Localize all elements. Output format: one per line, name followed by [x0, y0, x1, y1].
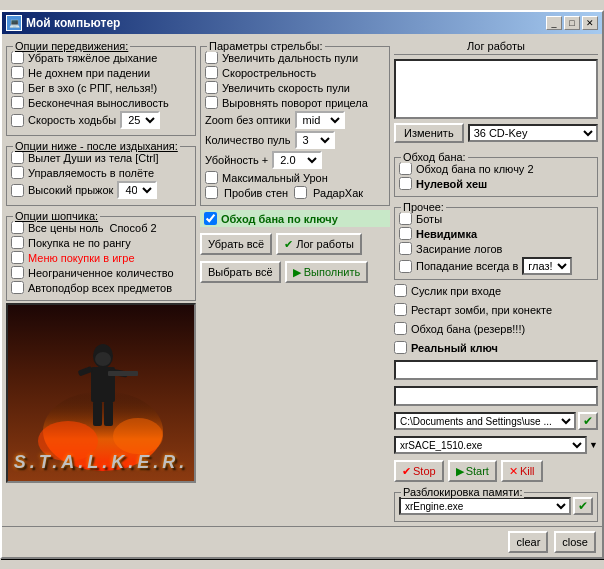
ae-opt-2: Управляемость в полёте — [11, 166, 191, 179]
prochee-checkbox-1[interactable] — [399, 212, 412, 225]
move-checkbox-5[interactable] — [11, 114, 24, 127]
popade-row: Попадание всегда в глаз!голова — [399, 257, 593, 275]
move-label-4: Бесконечная выносливость — [28, 97, 169, 109]
shoot-opt-2: Скорострельность — [205, 66, 385, 79]
ban-checkbox-2[interactable] — [399, 177, 412, 190]
damage-row: Убойность + 2.01.53.0 — [205, 151, 385, 169]
log-icon: ✔ — [284, 238, 293, 251]
zoom-row: Zoom без оптики midlowhigh — [205, 111, 385, 129]
obhod-rezerv-checkbox[interactable] — [394, 322, 407, 335]
move-label-2: Не дохнем при падении — [28, 67, 150, 79]
log-work-button[interactable]: ✔ Лог работы — [276, 233, 362, 255]
ae-checkbox-1[interactable] — [11, 151, 24, 164]
max-damage-label: Максимальный Урон — [222, 172, 328, 184]
key-text-area[interactable] — [394, 360, 598, 380]
shop-opt-1: Все цены ноль Способ 2 — [11, 221, 191, 234]
btn-row-2: Выбрать всё ▶ Выполнить — [200, 261, 390, 283]
restart-row: Рестарт зомби, при конекте — [394, 303, 598, 316]
obhod-ban-checkbox[interactable] — [204, 212, 217, 225]
after-exhale-group: Опции ниже - после издыхания: Вылет Души… — [6, 146, 196, 206]
kill-button[interactable]: ✕ Kill — [501, 460, 543, 482]
ae-opt-3: Высокий прыжок 405060 — [11, 181, 191, 199]
move-opt-5: Скорость ходьбы 253035 — [11, 111, 191, 129]
key-text-area-2[interactable] — [394, 386, 598, 406]
razblok-check-button[interactable]: ✔ — [573, 497, 593, 515]
ban-opt-1: Обход бана по ключу 2 — [399, 162, 593, 175]
shoot-checkbox-4[interactable] — [205, 96, 218, 109]
shop-checkbox-5[interactable] — [11, 281, 24, 294]
prochee-label-2: Невидимка — [416, 228, 477, 240]
obhod-rezerv-label: Обход бана (резерв!!!) — [411, 323, 525, 335]
razblok-exe-select[interactable]: xrEngine.exe — [399, 497, 571, 515]
shop-checkbox-2[interactable] — [11, 236, 24, 249]
jump-select[interactable]: 405060 — [117, 181, 157, 199]
close-button[interactable]: ✕ — [582, 16, 598, 30]
clear-all-label: Убрать всё — [208, 238, 264, 250]
popade-select[interactable]: глаз!голова — [522, 257, 572, 275]
clear-button[interactable]: clear — [508, 531, 548, 553]
max-damage-checkbox[interactable] — [205, 171, 218, 184]
wall-pierce-checkbox[interactable] — [205, 186, 218, 199]
ban-checkbox-1[interactable] — [399, 162, 412, 175]
ban-group: Обход бана: Обход бана по ключу 2 Нулево… — [394, 157, 598, 197]
move-checkbox-3[interactable] — [11, 81, 24, 94]
bullet-label: Количество пуль — [205, 134, 291, 146]
move-checkbox-1[interactable] — [11, 51, 24, 64]
shoot-checkbox-3[interactable] — [205, 81, 218, 94]
movement-label: Опции передвижения: — [13, 40, 130, 52]
obhod-ban-row: Обход бана по ключу — [200, 210, 390, 227]
exe-select[interactable]: xrSACE_1510.exe — [394, 436, 587, 454]
start-icon: ▶ — [456, 465, 464, 478]
main-area: Опции передвижения: Убрать тяжёлое дыхан… — [2, 34, 602, 526]
modify-button[interactable]: Изменить — [394, 123, 464, 143]
prochee-checkbox-3[interactable] — [399, 242, 412, 255]
syslik-checkbox[interactable] — [394, 284, 407, 297]
bottom-bar: clear close — [2, 526, 602, 557]
restart-checkbox[interactable] — [394, 303, 407, 316]
stop-button[interactable]: ✔ Stop — [394, 460, 444, 482]
log-area — [394, 59, 598, 119]
shoot-label-3: Увеличить скорость пули — [222, 82, 350, 94]
start-button[interactable]: ▶ Start — [448, 460, 497, 482]
prochee-checkbox-2[interactable] — [399, 227, 412, 240]
popade-checkbox[interactable] — [399, 260, 412, 273]
shop-label-2: Покупка не по рангу — [28, 237, 131, 249]
ae-checkbox-3[interactable] — [11, 184, 24, 197]
zoom-select[interactable]: midlowhigh — [295, 111, 345, 129]
prochee-label-3: Засирание логов — [416, 243, 502, 255]
move-checkbox-4[interactable] — [11, 96, 24, 109]
prochee-label: Прочее: — [401, 201, 446, 213]
shoot-checkbox-1[interactable] — [205, 51, 218, 64]
path-select[interactable]: C:\Documents and Settings\use ... — [394, 412, 576, 430]
execute-button[interactable]: ▶ Выполнить — [285, 261, 368, 283]
shop-checkbox-3[interactable] — [11, 251, 24, 264]
move-checkbox-2[interactable] — [11, 66, 24, 79]
clear-label: clear — [516, 536, 540, 548]
damage-select[interactable]: 2.01.53.0 — [272, 151, 322, 169]
path-select-row: C:\Documents and Settings\use ... ✔ — [394, 412, 598, 430]
btn-row-1: Убрать всё ✔ Лог работы — [200, 233, 390, 255]
shooting-label: Параметры стрельбы: — [207, 40, 325, 52]
shoot-checkbox-2[interactable] — [205, 66, 218, 79]
radar-checkbox[interactable] — [294, 186, 307, 199]
zoom-label: Zoom без оптики — [205, 114, 291, 126]
bullet-select[interactable]: 3510 — [295, 131, 335, 149]
speed-select[interactable]: 253035 — [120, 111, 160, 129]
shop-checkbox-1[interactable] — [11, 221, 24, 234]
path-check-button[interactable]: ✔ — [578, 412, 598, 430]
ae-checkbox-2[interactable] — [11, 166, 24, 179]
real-key-row: Реальный ключ — [394, 341, 598, 354]
shop-group: Опции шопчика: Все цены ноль Способ 2 По… — [6, 216, 196, 301]
shoot-opt-1: Увеличить дальность пули — [205, 51, 385, 64]
radar-label: РадарХак — [313, 187, 363, 199]
razblok-group: Разблокировка памяти: xrEngine.exe ✔ — [394, 492, 598, 522]
key-select[interactable]: 36 CD-Key — [468, 124, 598, 142]
maximize-button[interactable]: □ — [564, 16, 580, 30]
real-key-checkbox[interactable] — [394, 341, 407, 354]
close-window-button[interactable]: close — [554, 531, 596, 553]
kill-label: Kill — [520, 465, 535, 477]
clear-all-button[interactable]: Убрать всё — [200, 233, 272, 255]
shop-checkbox-4[interactable] — [11, 266, 24, 279]
minimize-button[interactable]: _ — [546, 16, 562, 30]
select-all-button[interactable]: Выбрать всё — [200, 261, 281, 283]
